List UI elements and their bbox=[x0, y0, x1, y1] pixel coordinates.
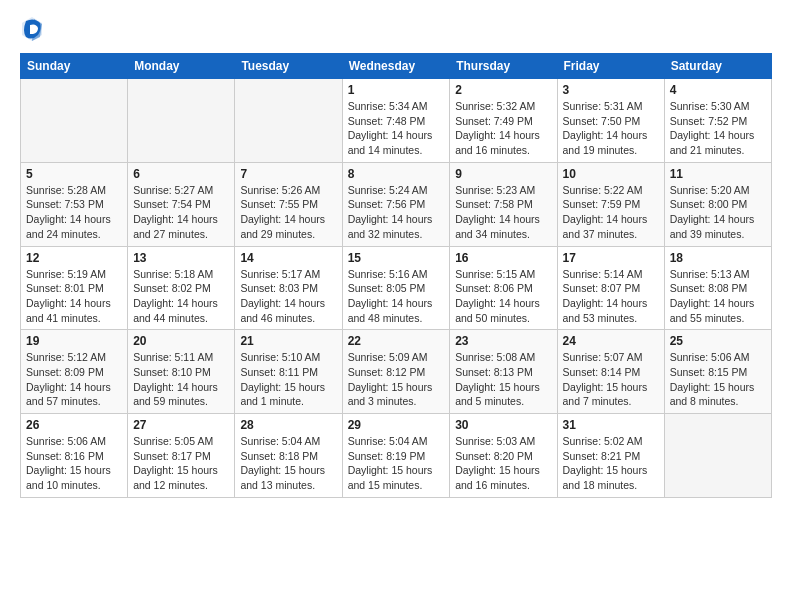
day-number: 13 bbox=[133, 251, 229, 265]
day-number: 22 bbox=[348, 334, 445, 348]
day-number: 20 bbox=[133, 334, 229, 348]
calendar-cell: 27Sunrise: 5:05 AM Sunset: 8:17 PM Dayli… bbox=[128, 414, 235, 498]
day-number: 31 bbox=[563, 418, 659, 432]
calendar-week-row: 26Sunrise: 5:06 AM Sunset: 8:16 PM Dayli… bbox=[21, 414, 772, 498]
calendar-cell: 30Sunrise: 5:03 AM Sunset: 8:20 PM Dayli… bbox=[450, 414, 557, 498]
calendar-cell: 14Sunrise: 5:17 AM Sunset: 8:03 PM Dayli… bbox=[235, 246, 342, 330]
calendar-week-row: 1Sunrise: 5:34 AM Sunset: 7:48 PM Daylig… bbox=[21, 79, 772, 163]
weekday-header: Friday bbox=[557, 54, 664, 79]
day-info: Sunrise: 5:34 AM Sunset: 7:48 PM Dayligh… bbox=[348, 99, 445, 158]
day-number: 10 bbox=[563, 167, 659, 181]
calendar-week-row: 5Sunrise: 5:28 AM Sunset: 7:53 PM Daylig… bbox=[21, 162, 772, 246]
weekday-header: Tuesday bbox=[235, 54, 342, 79]
day-info: Sunrise: 5:18 AM Sunset: 8:02 PM Dayligh… bbox=[133, 267, 229, 326]
day-info: Sunrise: 5:26 AM Sunset: 7:55 PM Dayligh… bbox=[240, 183, 336, 242]
day-info: Sunrise: 5:24 AM Sunset: 7:56 PM Dayligh… bbox=[348, 183, 445, 242]
day-number: 23 bbox=[455, 334, 551, 348]
calendar-cell: 25Sunrise: 5:06 AM Sunset: 8:15 PM Dayli… bbox=[664, 330, 771, 414]
weekday-header: Thursday bbox=[450, 54, 557, 79]
calendar: SundayMondayTuesdayWednesdayThursdayFrid… bbox=[20, 53, 772, 498]
day-number: 18 bbox=[670, 251, 766, 265]
calendar-cell: 18Sunrise: 5:13 AM Sunset: 8:08 PM Dayli… bbox=[664, 246, 771, 330]
calendar-cell: 8Sunrise: 5:24 AM Sunset: 7:56 PM Daylig… bbox=[342, 162, 450, 246]
calendar-cell: 15Sunrise: 5:16 AM Sunset: 8:05 PM Dayli… bbox=[342, 246, 450, 330]
logo bbox=[20, 15, 47, 43]
day-info: Sunrise: 5:06 AM Sunset: 8:16 PM Dayligh… bbox=[26, 434, 122, 493]
day-number: 9 bbox=[455, 167, 551, 181]
day-number: 1 bbox=[348, 83, 445, 97]
day-info: Sunrise: 5:03 AM Sunset: 8:20 PM Dayligh… bbox=[455, 434, 551, 493]
day-info: Sunrise: 5:14 AM Sunset: 8:07 PM Dayligh… bbox=[563, 267, 659, 326]
calendar-cell: 29Sunrise: 5:04 AM Sunset: 8:19 PM Dayli… bbox=[342, 414, 450, 498]
calendar-cell: 1Sunrise: 5:34 AM Sunset: 7:48 PM Daylig… bbox=[342, 79, 450, 163]
calendar-cell: 20Sunrise: 5:11 AM Sunset: 8:10 PM Dayli… bbox=[128, 330, 235, 414]
day-number: 2 bbox=[455, 83, 551, 97]
day-number: 27 bbox=[133, 418, 229, 432]
day-number: 5 bbox=[26, 167, 122, 181]
calendar-week-row: 12Sunrise: 5:19 AM Sunset: 8:01 PM Dayli… bbox=[21, 246, 772, 330]
calendar-cell: 3Sunrise: 5:31 AM Sunset: 7:50 PM Daylig… bbox=[557, 79, 664, 163]
day-info: Sunrise: 5:04 AM Sunset: 8:18 PM Dayligh… bbox=[240, 434, 336, 493]
day-info: Sunrise: 5:04 AM Sunset: 8:19 PM Dayligh… bbox=[348, 434, 445, 493]
calendar-header-row: SundayMondayTuesdayWednesdayThursdayFrid… bbox=[21, 54, 772, 79]
day-number: 6 bbox=[133, 167, 229, 181]
calendar-cell: 7Sunrise: 5:26 AM Sunset: 7:55 PM Daylig… bbox=[235, 162, 342, 246]
calendar-cell: 21Sunrise: 5:10 AM Sunset: 8:11 PM Dayli… bbox=[235, 330, 342, 414]
day-number: 29 bbox=[348, 418, 445, 432]
calendar-cell: 28Sunrise: 5:04 AM Sunset: 8:18 PM Dayli… bbox=[235, 414, 342, 498]
calendar-week-row: 19Sunrise: 5:12 AM Sunset: 8:09 PM Dayli… bbox=[21, 330, 772, 414]
day-number: 17 bbox=[563, 251, 659, 265]
calendar-cell: 19Sunrise: 5:12 AM Sunset: 8:09 PM Dayli… bbox=[21, 330, 128, 414]
day-number: 19 bbox=[26, 334, 122, 348]
weekday-header: Monday bbox=[128, 54, 235, 79]
calendar-cell: 26Sunrise: 5:06 AM Sunset: 8:16 PM Dayli… bbox=[21, 414, 128, 498]
calendar-cell bbox=[128, 79, 235, 163]
day-info: Sunrise: 5:05 AM Sunset: 8:17 PM Dayligh… bbox=[133, 434, 229, 493]
day-info: Sunrise: 5:22 AM Sunset: 7:59 PM Dayligh… bbox=[563, 183, 659, 242]
logo-icon bbox=[20, 15, 44, 43]
day-info: Sunrise: 5:08 AM Sunset: 8:13 PM Dayligh… bbox=[455, 350, 551, 409]
day-info: Sunrise: 5:31 AM Sunset: 7:50 PM Dayligh… bbox=[563, 99, 659, 158]
calendar-cell bbox=[664, 414, 771, 498]
calendar-cell: 12Sunrise: 5:19 AM Sunset: 8:01 PM Dayli… bbox=[21, 246, 128, 330]
day-number: 7 bbox=[240, 167, 336, 181]
day-number: 3 bbox=[563, 83, 659, 97]
calendar-cell: 16Sunrise: 5:15 AM Sunset: 8:06 PM Dayli… bbox=[450, 246, 557, 330]
day-info: Sunrise: 5:15 AM Sunset: 8:06 PM Dayligh… bbox=[455, 267, 551, 326]
calendar-cell: 2Sunrise: 5:32 AM Sunset: 7:49 PM Daylig… bbox=[450, 79, 557, 163]
calendar-cell: 9Sunrise: 5:23 AM Sunset: 7:58 PM Daylig… bbox=[450, 162, 557, 246]
calendar-cell: 6Sunrise: 5:27 AM Sunset: 7:54 PM Daylig… bbox=[128, 162, 235, 246]
day-info: Sunrise: 5:06 AM Sunset: 8:15 PM Dayligh… bbox=[670, 350, 766, 409]
calendar-cell: 5Sunrise: 5:28 AM Sunset: 7:53 PM Daylig… bbox=[21, 162, 128, 246]
calendar-cell: 11Sunrise: 5:20 AM Sunset: 8:00 PM Dayli… bbox=[664, 162, 771, 246]
day-number: 15 bbox=[348, 251, 445, 265]
day-number: 25 bbox=[670, 334, 766, 348]
day-info: Sunrise: 5:28 AM Sunset: 7:53 PM Dayligh… bbox=[26, 183, 122, 242]
day-number: 11 bbox=[670, 167, 766, 181]
day-number: 24 bbox=[563, 334, 659, 348]
day-number: 16 bbox=[455, 251, 551, 265]
day-number: 30 bbox=[455, 418, 551, 432]
weekday-header: Saturday bbox=[664, 54, 771, 79]
calendar-cell: 22Sunrise: 5:09 AM Sunset: 8:12 PM Dayli… bbox=[342, 330, 450, 414]
day-number: 4 bbox=[670, 83, 766, 97]
day-info: Sunrise: 5:19 AM Sunset: 8:01 PM Dayligh… bbox=[26, 267, 122, 326]
calendar-cell: 13Sunrise: 5:18 AM Sunset: 8:02 PM Dayli… bbox=[128, 246, 235, 330]
calendar-cell: 24Sunrise: 5:07 AM Sunset: 8:14 PM Dayli… bbox=[557, 330, 664, 414]
day-number: 21 bbox=[240, 334, 336, 348]
day-info: Sunrise: 5:09 AM Sunset: 8:12 PM Dayligh… bbox=[348, 350, 445, 409]
day-number: 14 bbox=[240, 251, 336, 265]
day-number: 8 bbox=[348, 167, 445, 181]
calendar-cell: 10Sunrise: 5:22 AM Sunset: 7:59 PM Dayli… bbox=[557, 162, 664, 246]
day-info: Sunrise: 5:12 AM Sunset: 8:09 PM Dayligh… bbox=[26, 350, 122, 409]
day-info: Sunrise: 5:13 AM Sunset: 8:08 PM Dayligh… bbox=[670, 267, 766, 326]
day-info: Sunrise: 5:20 AM Sunset: 8:00 PM Dayligh… bbox=[670, 183, 766, 242]
day-info: Sunrise: 5:17 AM Sunset: 8:03 PM Dayligh… bbox=[240, 267, 336, 326]
day-info: Sunrise: 5:30 AM Sunset: 7:52 PM Dayligh… bbox=[670, 99, 766, 158]
day-info: Sunrise: 5:23 AM Sunset: 7:58 PM Dayligh… bbox=[455, 183, 551, 242]
weekday-header: Sunday bbox=[21, 54, 128, 79]
day-number: 28 bbox=[240, 418, 336, 432]
day-info: Sunrise: 5:16 AM Sunset: 8:05 PM Dayligh… bbox=[348, 267, 445, 326]
day-info: Sunrise: 5:32 AM Sunset: 7:49 PM Dayligh… bbox=[455, 99, 551, 158]
weekday-header: Wednesday bbox=[342, 54, 450, 79]
